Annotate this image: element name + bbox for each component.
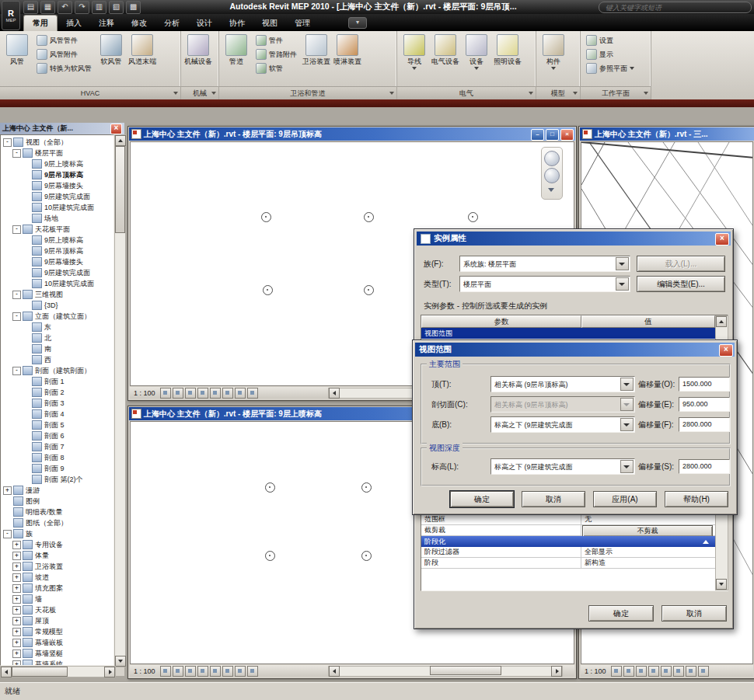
edit-type-button[interactable]: 编辑类型(E)... [637,276,725,292]
dialog-titlebar[interactable]: 实例属性 × [417,232,731,246]
crop-icon[interactable] [210,666,221,677]
render-icon[interactable] [648,666,659,677]
tree-item[interactable]: +填充图案 [1,583,113,594]
ribbon-tab-4[interactable]: 分析 [155,16,188,31]
plumbing-fixture-button[interactable]: 卫浴装置 [301,32,332,89]
open-icon[interactable]: ▤ [23,1,38,14]
expand-icon[interactable]: + [12,628,21,636]
tree-item[interactable]: 9层上喷标高 [1,158,113,169]
tree-item[interactable]: +专用设备 [1,539,113,550]
render-icon[interactable] [197,388,208,399]
close-icon[interactable]: × [715,233,729,246]
close-icon[interactable]: × [560,129,574,141]
tree-item[interactable]: +墙 [1,594,113,604]
ribbon-tab-7[interactable]: 视图 [253,16,286,31]
ribbon-panel-label[interactable]: 电气 [397,86,536,99]
ribbon-panel-label[interactable]: 工作平面 [581,86,651,99]
scroll-down-icon[interactable] [115,656,126,667]
ribbon-panel-label[interactable]: HVAC [0,86,180,99]
type-combo[interactable]: 楼层平面 [459,276,630,292]
load-button[interactable]: 载入(L)... [637,256,725,272]
crop-visibility-icon[interactable] [222,666,233,677]
collapse-icon[interactable]: - [3,530,12,538]
tree-item[interactable]: -剖面（建筑剖面） [1,365,113,376]
expand-icon[interactable]: + [12,617,21,625]
ok-button[interactable]: 确定 [450,491,514,507]
tree-item[interactable]: 明细表/数量 [1,507,113,517]
chevron-down-icon[interactable] [616,257,629,270]
phase-section-header[interactable]: 阶段化 [421,536,715,547]
wire-button[interactable]: 导线 [399,32,430,89]
project-browser-header[interactable]: 上海中心 主文件（新... × [0,123,124,134]
ribbon-options-button[interactable]: ▾ [348,17,367,29]
tree-item[interactable]: 剖面 7 [1,441,113,452]
child-window-titlebar[interactable]: 上海中心 主文件（新）.rvt - 三... [580,127,754,141]
duct-button[interactable]: 风管 [2,32,33,89]
tree-item[interactable]: +卫浴装置 [1,561,113,572]
scroll-down-icon[interactable] [716,579,727,590]
tree-item[interactable]: -三维视图 [1,289,113,300]
shadows-icon[interactable] [185,388,196,399]
redo-icon[interactable]: ↷ [75,1,89,14]
steering-wheel-icon[interactable] [544,151,560,166]
tree-item[interactable]: +幕墙系统 [1,659,113,666]
tree-item[interactable]: 9层吊顶标高 [1,246,113,256]
tree-item[interactable]: -楼层平面 [1,148,113,158]
save-icon[interactable]: ▦ [40,1,55,14]
print-icon[interactable]: ▥ [92,1,106,14]
tree-item[interactable]: 10层建筑完成面 [1,202,113,213]
undo-icon[interactable]: ↶ [58,1,72,14]
close-icon[interactable]: × [110,124,122,134]
tree-item[interactable]: {3D} [1,300,113,311]
reveal-hidden-icon[interactable] [247,666,258,677]
expand-icon[interactable]: + [3,486,12,495]
tree-item[interactable]: 图例 [1,496,113,507]
ribbon-panel-label[interactable]: 模型 [536,86,580,99]
tree-item[interactable]: 剖面 2 [1,387,113,398]
ribbon-panel-label[interactable]: 卫浴和管道 [219,86,396,99]
collapse-icon[interactable]: - [12,149,21,158]
sprinkler-button[interactable]: 喷淋装置 [332,32,363,89]
ribbon-tab-3[interactable]: 修改 [123,16,155,31]
lighting-fixture-button[interactable]: 照明设备 [492,32,523,89]
tree-hscrollbar[interactable] [0,666,116,677]
tree-item[interactable]: +幕墙竖梃 [1,648,113,659]
scroll-right-icon[interactable] [551,666,562,677]
show-workplane-button[interactable]: 显示 [584,47,637,61]
tree-item[interactable]: 场地 [1,213,113,224]
tree-item[interactable]: -立面（建筑立面） [1,311,113,322]
pipe-button[interactable]: 管道 [221,32,252,89]
tree-item[interactable]: -族 [1,528,113,539]
expand-icon[interactable]: + [12,650,21,658]
scroll-thumb[interactable] [430,666,501,675]
crop-icon[interactable] [661,666,672,677]
expand-icon[interactable]: + [12,573,21,582]
tree-item[interactable]: +常规模型 [1,626,113,637]
ribbon-tab-1[interactable]: 插入 [58,16,90,31]
flex-pipe-button[interactable]: 软管 [253,61,299,75]
collapse-icon[interactable]: - [12,291,21,299]
tree-vscrollbar[interactable] [114,134,126,667]
tree-item[interactable]: +屋顶 [1,615,113,626]
ribbon-tab-5[interactable]: 设计 [188,16,221,31]
minimize-icon[interactable]: – [531,129,544,141]
scroll-thumb[interactable] [115,146,125,233]
tree-item[interactable]: 9层幕墙接头 [1,256,113,267]
tree-item[interactable]: 剖面 9 [1,463,113,474]
expand-icon[interactable]: + [12,595,21,604]
collapse-icon[interactable]: - [12,312,21,321]
pipe-fitting-button[interactable]: 管件 [253,33,299,47]
tree-item[interactable]: -视图（全部） [1,137,113,148]
set-workplane-button[interactable]: 设置 [584,33,637,47]
view-scale-label[interactable]: 1 : 100 [134,667,155,675]
reference-plane-button[interactable]: 参照平面 [584,61,637,75]
tree-item[interactable]: +体量 [1,550,113,561]
detail-level-icon[interactable] [160,388,171,399]
scroll-thumb[interactable] [12,667,68,677]
detail-level-icon[interactable] [611,666,622,677]
ribbon-tab-2[interactable]: 注释 [90,16,123,31]
mechanical-equipment-button[interactable]: 机械设备 [183,32,214,89]
tree-item[interactable]: 东 [1,322,113,333]
ribbon-tab-8[interactable]: 管理 [286,16,319,31]
pipe-accessory-button[interactable]: 管路附件 [253,47,299,61]
